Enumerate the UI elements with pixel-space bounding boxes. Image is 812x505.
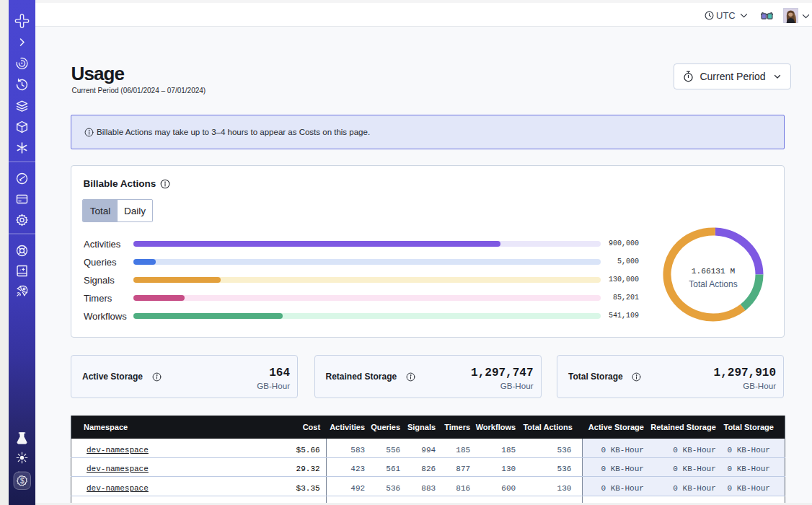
svg-text:$: $ xyxy=(20,477,25,485)
